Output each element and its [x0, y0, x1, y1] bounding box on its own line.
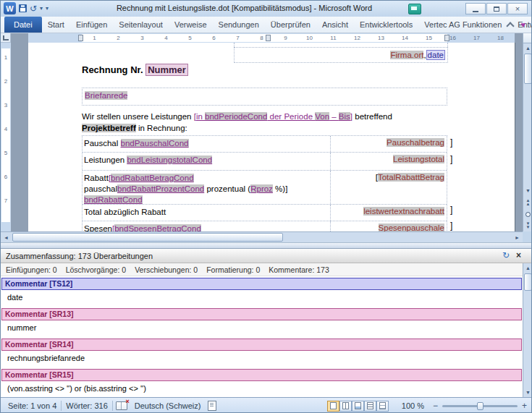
select-browse-object-button[interactable] — [523, 208, 532, 220]
comment-text[interactable]: rechnungsbriefanrede — [1, 351, 523, 367]
scroll-left-button[interactable]: ◄ — [1, 232, 12, 242]
ribbon-tab[interactable]: Sendungen — [213, 17, 265, 33]
zoom-slider[interactable] — [442, 405, 518, 407]
comment-text[interactable]: date — [1, 290, 523, 307]
merge-field[interactable]: Rproz — [250, 184, 273, 193]
web-layout-view-button[interactable] — [352, 401, 364, 412]
merge-field[interactable]: Spesenpauschale — [379, 223, 444, 231]
indent-marker-left[interactable] — [78, 35, 83, 41]
scroll-up-button[interactable]: ▲ — [523, 43, 532, 53]
proofing-status-icon[interactable]: × — [116, 401, 127, 410]
table-cell[interactable]: Spesenpauschale — [330, 221, 447, 231]
table-cell[interactable]: Rabatt[bndRabattBetragCondpauschalbndRab… — [83, 171, 330, 204]
review-pane-scrollbar[interactable]: ▲ ▼ — [523, 263, 532, 397]
word-app-icon[interactable]: W — [4, 2, 16, 14]
merge-field[interactable]: leistwertextnachrabatt — [363, 207, 444, 216]
field-nummer[interactable]: Nummer — [145, 64, 188, 76]
print-layout-view-button[interactable] — [327, 401, 339, 412]
word-count[interactable]: Wörter: 316 — [62, 401, 111, 410]
field-projektbetreff[interactable]: Projektbetreff — [82, 124, 136, 132]
scroll-up-button[interactable]: ▲ — [523, 263, 532, 273]
merge-field[interactable]: bndRabattProzentCond — [117, 184, 204, 193]
indent-marker-right[interactable] — [444, 35, 449, 41]
conditional-text: der Periode — [267, 112, 315, 121]
comment-text[interactable]: nummer — [1, 320, 523, 337]
refresh-icon[interactable]: ↻ — [502, 250, 510, 260]
save-button[interactable] — [19, 4, 27, 12]
merge-field[interactable]: bndRabattCond — [84, 195, 143, 204]
ribbon-collapse-icon[interactable] — [507, 22, 515, 30]
field-briefanrede[interactable]: Briefanrede — [85, 91, 127, 100]
favorites-heart-icon[interactable]: ♥ — [520, 21, 525, 29]
comment-header[interactable]: Kommentar [SR14] — [1, 339, 522, 351]
horizontal-scrollbar[interactable]: ◄ ► — [1, 231, 523, 242]
macro-record-icon[interactable] — [208, 401, 216, 411]
table-cell[interactable]: [TotalRabattBetrag — [330, 171, 447, 204]
language-indicator[interactable]: Deutsch (Schweiz) — [130, 401, 206, 410]
table-cell[interactable]: Spesen[bndSpesenBetragCondpauschalbndSpe… — [83, 221, 330, 231]
merge-field[interactable]: Bis — [339, 112, 350, 121]
undo-button[interactable]: ↺ — [30, 4, 37, 14]
close-review-pane-button[interactable]: × — [516, 250, 521, 260]
redo-dropdown-button[interactable]: ▾ — [40, 5, 43, 12]
merge-field[interactable]: TotalRabattBetrag — [378, 173, 444, 182]
previous-page-button[interactable]: ▲▲ — [523, 197, 532, 208]
vertical-scrollbar[interactable]: ▲ ▼ ▲▲ ▼▼ — [523, 33, 532, 231]
ribbon-tab[interactable]: Einfügen — [70, 17, 113, 33]
horizontal-scrollbar-thumb[interactable] — [12, 233, 283, 242]
comment-header[interactable]: Kommentar [SR15] — [1, 369, 522, 381]
ruler-toggle-button[interactable] — [523, 33, 532, 43]
scroll-right-button[interactable]: ► — [512, 232, 523, 242]
ribbon-tab[interactable]: Entwicklertools — [354, 17, 418, 33]
merge-field[interactable]: bndSpesenBetragCond — [114, 224, 201, 231]
review-scrollbar-thumb[interactable] — [524, 273, 532, 291]
next-page-button[interactable]: ▼▼ — [523, 220, 532, 231]
zoom-slider-thumb[interactable] — [477, 402, 484, 410]
comment-header[interactable]: Kommentar [SR13] — [1, 308, 522, 320]
scroll-down-button[interactable]: ▼ — [523, 388, 532, 397]
draft-view-button[interactable] — [376, 401, 389, 412]
table-cell[interactable]: Pauschalbetrag — [330, 136, 447, 152]
tab-stop-marker[interactable] — [266, 35, 271, 41]
maximize-button[interactable] — [486, 3, 507, 14]
addin-icon[interactable] — [408, 4, 421, 14]
document-page[interactable]: Firma.ort, date Rechnung Nr. Nummer Brie… — [28, 43, 515, 231]
zoom-out-button[interactable]: − — [431, 401, 439, 411]
vertical-scrollbar-thumb[interactable] — [524, 54, 532, 84]
comment-header[interactable]: Kommentar [TS12] — [1, 278, 522, 290]
table-cell[interactable]: Total abzüglich Rabatt — [83, 205, 330, 221]
page-indicator[interactable]: Seite: 1 von 4 — [4, 401, 61, 410]
table-cell[interactable]: Pauschal bndPauschalCond — [83, 136, 330, 152]
ribbon-tab[interactable]: Start — [42, 17, 70, 33]
comment-text[interactable]: (von.asstring <> '') or (bis.asstring <>… — [1, 381, 523, 397]
ribbon-tab[interactable]: Überprüfen — [265, 17, 316, 33]
qat-customize-button[interactable]: ▾ — [46, 5, 48, 12]
close-button[interactable]: × — [507, 3, 528, 14]
table-cell[interactable]: Leistungen bndLeistungstotalCond — [83, 153, 330, 170]
tab-stop-selector[interactable] — [1, 33, 11, 43]
zoom-in-button[interactable]: + — [520, 401, 528, 411]
merge-field[interactable]: bndLeistungstotalCond — [127, 156, 212, 164]
scroll-down-button[interactable]: ▼ — [523, 186, 532, 195]
fullscreen-reading-view-button[interactable] — [339, 401, 352, 412]
merge-field[interactable]: bndPauschalCond — [121, 139, 189, 148]
zoom-level[interactable]: 100 % — [397, 401, 428, 410]
pane-splitter[interactable] — [1, 242, 532, 248]
ribbon-tab[interactable]: Verweise — [169, 17, 213, 33]
merge-field[interactable]: Von — [315, 112, 329, 121]
merge-field[interactable]: bndPeriodeCond — [205, 112, 267, 121]
field-date[interactable]: date — [426, 50, 445, 60]
merge-field[interactable]: bndRabattBetragCond — [111, 174, 193, 182]
intro-paragraph[interactable]: Wir stellen unsere Leistungen [in bndPer… — [82, 111, 447, 134]
file-tab[interactable]: Datei — [4, 17, 42, 33]
outline-view-button[interactable] — [364, 401, 376, 412]
ribbon-tab[interactable]: Ansicht — [316, 17, 354, 33]
minimize-button[interactable] — [465, 3, 486, 14]
field-firma-ort[interactable]: Firma.ort — [390, 51, 423, 59]
table-cell[interactable]: Leistungstotal — [330, 153, 447, 170]
merge-field[interactable]: Pauschalbetrag — [387, 138, 444, 147]
ribbon-tab[interactable]: Vertec AG Funktionen — [418, 17, 507, 33]
ribbon-tab[interactable]: Seitenlayout — [113, 17, 169, 33]
merge-field[interactable]: Leistungstotal — [393, 155, 444, 163]
table-cell[interactable]: leistwertextnachrabatt — [330, 205, 447, 221]
